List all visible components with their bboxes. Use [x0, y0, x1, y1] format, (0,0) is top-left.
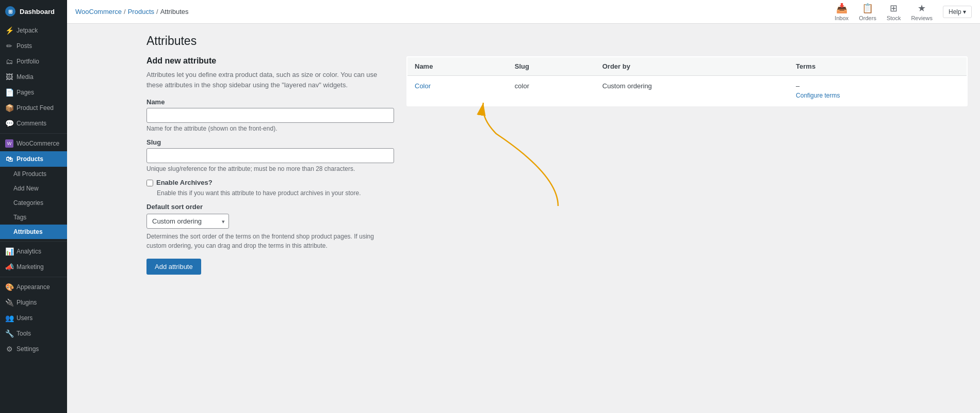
- dashboard-menu-item[interactable]: ⊞ Dashboard: [0, 0, 67, 23]
- sidebar-item-tags[interactable]: Tags: [0, 210, 67, 225]
- sidebar-item-label: Posts: [17, 42, 32, 50]
- breadcrumb: WooCommerce / Products / Attributes: [75, 8, 189, 15]
- sidebar-item-media[interactable]: 🖼 Media: [0, 69, 67, 85]
- sidebar-item-label: Jetpack: [17, 27, 38, 34]
- users-icon: 👥: [5, 314, 13, 322]
- products-icon: 🛍: [5, 155, 13, 163]
- sidebar-item-categories[interactable]: Categories: [0, 196, 67, 210]
- appearance-icon: 🎨: [5, 283, 13, 291]
- attr-orderby-cell: Custom ordering: [595, 76, 789, 106]
- enable-archives-hint: Enable this if you want this attribute t…: [157, 189, 394, 197]
- sidebar-item-posts[interactable]: ✏ Posts: [0, 38, 67, 54]
- sidebar-item-plugins[interactable]: 🔌 Plugins: [0, 295, 67, 310]
- portfolio-icon: 🗂: [5, 57, 13, 66]
- sidebar-item-label: Marketing: [17, 263, 44, 271]
- enable-archives-checkbox[interactable]: [146, 180, 153, 186]
- sidebar-item-tools[interactable]: 🔧 Tools: [0, 326, 67, 341]
- content-layout: Add new attribute Attributes let you def…: [146, 56, 968, 275]
- dashboard-label: Dashboard: [20, 8, 55, 15]
- sidebar-item-analytics[interactable]: 📊 Analytics: [0, 244, 67, 259]
- comments-icon: 💬: [5, 119, 13, 128]
- slug-label: Slug: [146, 138, 394, 146]
- sort-select-wrapper: Custom ordering Name Name (numeric) Term…: [146, 214, 229, 229]
- slug-field: Slug Unique slug/reference for the attri…: [146, 138, 394, 172]
- name-label: Name: [146, 98, 394, 106]
- page-title: Attributes: [146, 34, 968, 48]
- attributes-table-panel: Name Slug Order by Terms Color color Cus…: [406, 56, 968, 275]
- orders-action[interactable]: 📋 Orders: [859, 3, 876, 21]
- table-row: Color color Custom ordering – Configure …: [407, 76, 967, 106]
- sort-order-field: Default sort order Custom ordering Name …: [146, 203, 394, 250]
- sidebar-item-users[interactable]: 👥 Users: [0, 310, 67, 326]
- color-attribute-link[interactable]: Color: [415, 82, 431, 90]
- add-attribute-button[interactable]: Add attribute: [146, 259, 201, 275]
- sidebar-item-label: Plugins: [17, 299, 37, 306]
- sidebar-item-label: Analytics: [17, 248, 41, 255]
- woocommerce-icon: W: [5, 139, 13, 148]
- sidebar: ⊞ Dashboard ⚡ Jetpack ✏ Posts 🗂 Portfoli…: [0, 0, 67, 413]
- col-orderby: Order by: [595, 57, 789, 76]
- posts-icon: ✏: [5, 42, 13, 50]
- breadcrumb-current: Attributes: [160, 8, 189, 15]
- sidebar-item-settings[interactable]: ⚙ Settings: [0, 341, 67, 357]
- sidebar-divider-2: [0, 241, 67, 242]
- sidebar-item-attributes[interactable]: Attributes: [0, 225, 67, 239]
- tags-label: Tags: [13, 214, 26, 221]
- topbar-actions: 📥 Inbox 📋 Orders ⊞ Stock ★ Reviews Help …: [835, 3, 972, 21]
- sidebar-item-product-feed[interactable]: 📦 Product Feed: [0, 100, 67, 116]
- jetpack-icon: ⚡: [5, 26, 13, 35]
- configure-terms-link[interactable]: Configure terms: [796, 92, 959, 99]
- product-feed-icon: 📦: [5, 104, 13, 112]
- sidebar-item-label: Product Feed: [17, 104, 54, 112]
- breadcrumb-products[interactable]: Products: [128, 8, 154, 15]
- slug-hint: Unique slug/reference for the attribute;…: [146, 165, 394, 172]
- topbar: WooCommerce / Products / Attributes 📥 In…: [67, 0, 980, 24]
- breadcrumb-woocommerce[interactable]: WooCommerce: [75, 8, 122, 15]
- sidebar-item-label: Users: [17, 314, 32, 322]
- main-content: Attributes Add new attribute Attributes …: [134, 24, 980, 413]
- form-description: Attributes let you define extra product …: [146, 70, 394, 90]
- reviews-label: Reviews: [911, 15, 933, 21]
- sidebar-item-pages[interactable]: 📄 Pages: [0, 85, 67, 100]
- sidebar-item-label: WooCommerce: [17, 140, 59, 147]
- sidebar-item-label: Settings: [17, 345, 39, 353]
- help-button[interactable]: Help ▾: [943, 6, 972, 18]
- sidebar-item-comments[interactable]: 💬 Comments: [0, 116, 67, 131]
- add-attribute-form: Add new attribute Attributes let you def…: [146, 56, 394, 275]
- sidebar-item-add-new[interactable]: Add New: [0, 181, 67, 196]
- name-input[interactable]: [146, 108, 394, 123]
- slug-input[interactable]: [146, 148, 394, 163]
- sidebar-item-label: Media: [17, 73, 34, 81]
- inbox-action[interactable]: 📥 Inbox: [835, 3, 848, 21]
- media-icon: 🖼: [5, 73, 13, 81]
- pages-icon: 📄: [5, 88, 13, 97]
- sidebar-item-all-products[interactable]: All Products: [0, 167, 67, 181]
- categories-label: Categories: [13, 199, 43, 206]
- sidebar-item-jetpack[interactable]: ⚡ Jetpack: [0, 23, 67, 38]
- sidebar-item-portfolio[interactable]: 🗂 Portfolio: [0, 54, 67, 69]
- sidebar-item-label: Pages: [17, 89, 34, 96]
- stock-action[interactable]: ⊞ Stock: [887, 3, 901, 21]
- sidebar-item-marketing[interactable]: 📣 Marketing: [0, 259, 67, 275]
- sidebar-divider-3: [0, 277, 67, 277]
- breadcrumb-sep-2: /: [156, 8, 158, 15]
- attr-terms-cell: – Configure terms: [789, 76, 967, 106]
- enable-archives-label[interactable]: Enable Archives?: [156, 179, 213, 186]
- reviews-icon: ★: [918, 3, 926, 14]
- settings-icon: ⚙: [5, 345, 13, 353]
- sort-order-select[interactable]: Custom ordering Name Name (numeric) Term…: [146, 214, 229, 229]
- reviews-action[interactable]: ★ Reviews: [911, 3, 933, 21]
- sidebar-item-label: Portfolio: [17, 58, 39, 65]
- analytics-icon: 📊: [5, 247, 13, 256]
- sidebar-item-label: Comments: [17, 120, 46, 127]
- name-hint: Name for the attribute (shown on the fro…: [146, 125, 394, 132]
- sidebar-item-woocommerce[interactable]: W WooCommerce: [0, 136, 67, 151]
- inbox-label: Inbox: [835, 15, 848, 21]
- breadcrumb-sep-1: /: [124, 8, 126, 15]
- tools-icon: 🔧: [5, 329, 13, 338]
- sidebar-item-appearance[interactable]: 🎨 Appearance: [0, 279, 67, 295]
- sidebar-item-products[interactable]: 🛍 Products: [0, 151, 67, 167]
- col-terms: Terms: [789, 57, 967, 76]
- inbox-icon: 📥: [836, 3, 847, 14]
- add-new-label: Add New: [13, 185, 39, 192]
